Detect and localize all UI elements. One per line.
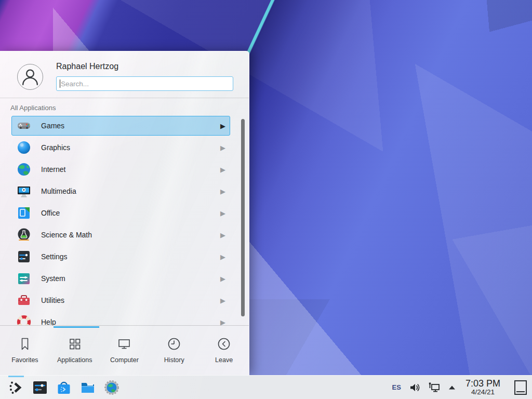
volume-icon[interactable] bbox=[409, 382, 420, 393]
category-label: Help bbox=[41, 318, 56, 325]
show-desktop-button[interactable] bbox=[514, 380, 527, 395]
folder-icon bbox=[80, 380, 96, 395]
category-graphics[interactable]: Graphics ▶ bbox=[11, 138, 230, 157]
monitor-icon bbox=[116, 336, 132, 352]
category-settings[interactable]: Settings ▶ bbox=[11, 247, 230, 267]
keyboard-layout-indicator[interactable]: ES bbox=[392, 383, 401, 391]
graphics-icon bbox=[17, 140, 31, 155]
tab-label: Favorites bbox=[11, 356, 38, 364]
category-utilities[interactable]: Utilities ▶ bbox=[11, 290, 230, 310]
user-name: Raphael Hertzog bbox=[56, 62, 118, 71]
digital-clock[interactable]: 7:03 PM 4/24/21 bbox=[466, 379, 500, 396]
category-label: Settings bbox=[41, 252, 68, 261]
chevron-right-icon: ▶ bbox=[220, 188, 225, 195]
file-manager-button[interactable] bbox=[76, 376, 100, 399]
clock-icon bbox=[166, 336, 182, 352]
chevron-right-icon: ▶ bbox=[220, 297, 225, 304]
tab-favorites[interactable]: Favorites bbox=[0, 328, 50, 376]
launcher-header: Raphael Hertzog bbox=[0, 51, 249, 98]
games-icon bbox=[17, 118, 31, 133]
category-science-math[interactable]: Science & Math ▶ bbox=[11, 225, 230, 245]
tab-label: Leave bbox=[215, 356, 233, 364]
category-multimedia[interactable]: Multimedia ▶ bbox=[11, 181, 230, 201]
chevron-right-icon: ▶ bbox=[220, 122, 225, 130]
search-input[interactable] bbox=[56, 76, 233, 91]
grid-icon bbox=[67, 336, 83, 352]
discover-icon bbox=[56, 380, 72, 395]
system-settings-button[interactable] bbox=[28, 376, 52, 399]
office-icon bbox=[17, 206, 31, 220]
chevron-right-icon: ▶ bbox=[220, 318, 225, 326]
system-tray: ES 7:03 PM 4/24/21 bbox=[392, 379, 529, 396]
network-icon[interactable] bbox=[428, 381, 441, 394]
category-label: Office bbox=[41, 209, 60, 217]
tab-history[interactable]: History bbox=[149, 328, 199, 376]
chevron-right-icon: ▶ bbox=[220, 231, 225, 239]
tab-leave[interactable]: Leave bbox=[199, 328, 249, 376]
application-launcher-button[interactable] bbox=[4, 376, 28, 399]
launcher-tab-bar: Favorites Applications Computer bbox=[0, 328, 249, 376]
category-office[interactable]: Office ▶ bbox=[11, 203, 230, 223]
chevron-right-icon: ▶ bbox=[220, 144, 225, 152]
chevron-right-icon: ▶ bbox=[220, 275, 225, 283]
clock-date: 4/24/21 bbox=[466, 389, 500, 396]
help-icon bbox=[17, 315, 31, 325]
bookmark-icon bbox=[17, 336, 33, 352]
system-settings-icon bbox=[32, 380, 48, 395]
taskbar: ES 7:03 PM 4/24/21 bbox=[0, 375, 532, 399]
tab-label: Computer bbox=[110, 356, 139, 364]
utilities-icon bbox=[17, 293, 31, 308]
scrollbar[interactable] bbox=[241, 119, 245, 316]
tab-divider bbox=[0, 325, 249, 326]
active-task-indicator bbox=[8, 376, 24, 377]
clock-time: 7:03 PM bbox=[466, 379, 500, 389]
text-caret bbox=[60, 79, 60, 88]
section-label: All Applications bbox=[10, 104, 56, 112]
discover-button[interactable] bbox=[52, 376, 76, 399]
category-list: Games ▶ Graphics ▶ bbox=[0, 116, 249, 325]
expand-tray-icon[interactable] bbox=[448, 385, 456, 390]
category-label: Multimedia bbox=[41, 187, 76, 195]
application-launcher-panel: Raphael Hertzog All Applications bbox=[0, 51, 249, 375]
kde-launcher-icon bbox=[8, 380, 24, 395]
category-internet[interactable]: Internet ▶ bbox=[11, 159, 230, 179]
category-label: Internet bbox=[41, 165, 65, 174]
category-label: System bbox=[41, 274, 65, 283]
chevron-right-icon: ▶ bbox=[220, 166, 225, 174]
science-icon bbox=[17, 228, 31, 242]
category-label: Utilities bbox=[41, 296, 64, 304]
person-icon bbox=[18, 65, 42, 89]
category-system[interactable]: System ▶ bbox=[11, 269, 230, 288]
internet-icon bbox=[17, 162, 31, 177]
settings-icon bbox=[17, 249, 31, 264]
chevron-right-icon: ▶ bbox=[220, 209, 225, 217]
web-browser-button[interactable] bbox=[100, 376, 124, 399]
category-games[interactable]: Games ▶ bbox=[11, 116, 230, 136]
category-label: Graphics bbox=[41, 143, 70, 152]
user-avatar[interactable] bbox=[17, 64, 43, 90]
category-help[interactable]: Help ▶ bbox=[11, 312, 230, 325]
category-label: Science & Math bbox=[41, 231, 92, 239]
chevron-right-icon: ▶ bbox=[220, 253, 225, 261]
multimedia-icon bbox=[17, 184, 31, 198]
system-icon bbox=[17, 271, 31, 286]
tab-computer[interactable]: Computer bbox=[100, 328, 150, 376]
leave-icon bbox=[216, 336, 232, 352]
tab-label: History bbox=[164, 356, 184, 364]
desktop: Raphael Hertzog All Applications bbox=[0, 0, 532, 399]
tab-label: Applications bbox=[57, 356, 92, 364]
tab-applications[interactable]: Applications bbox=[50, 328, 100, 376]
category-label: Games bbox=[41, 122, 64, 130]
globe-browser-icon bbox=[104, 380, 119, 395]
